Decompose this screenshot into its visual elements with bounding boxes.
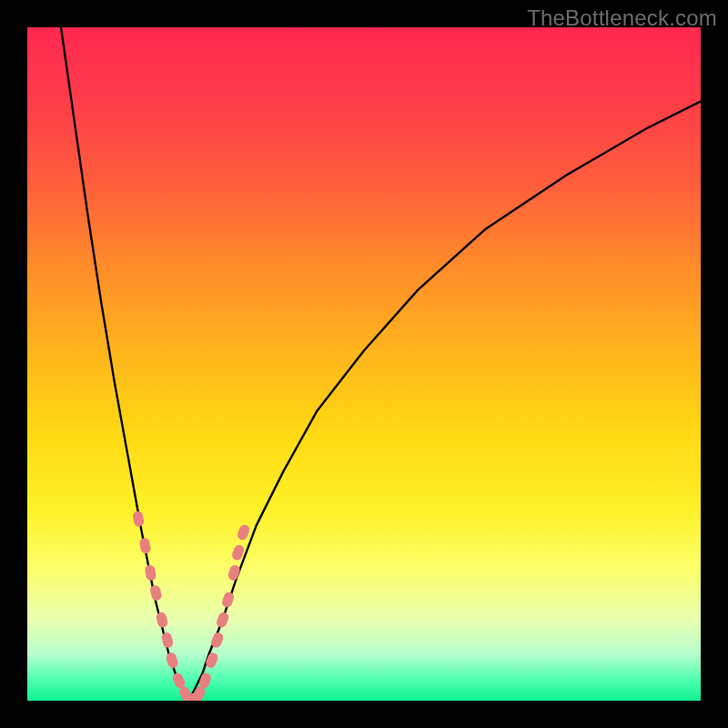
curve-marker: [204, 652, 219, 670]
curve-left: [61, 27, 189, 701]
curve-marker: [165, 652, 179, 670]
curve-layer: [27, 27, 701, 701]
curve-marker: [144, 564, 157, 581]
curve-marker: [156, 612, 169, 629]
curve-marker: [149, 584, 163, 602]
curve-marker: [138, 537, 151, 554]
curve-marker: [236, 523, 250, 541]
chart-frame: TheBottleneck.com: [0, 0, 728, 728]
curve-marker: [215, 611, 230, 629]
curve-marker: [227, 564, 241, 582]
curve-marker: [221, 591, 236, 609]
curve-right: [189, 101, 701, 701]
plot-area: [27, 27, 701, 701]
curve-marker: [132, 511, 145, 528]
curve-marker: [161, 632, 175, 649]
watermark-text: TheBottleneck.com: [527, 5, 717, 31]
